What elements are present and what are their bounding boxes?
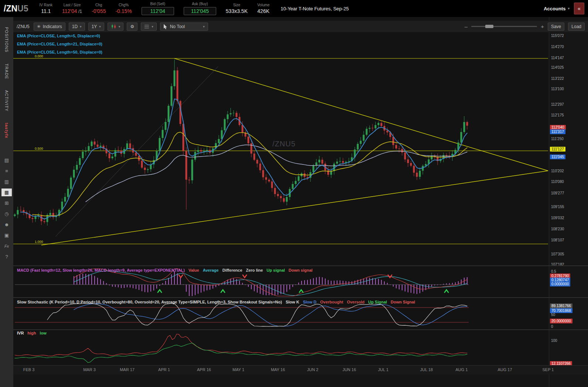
axis-tick-label: 113'100 bbox=[551, 87, 564, 91]
time-tick-label: SEP 1 bbox=[535, 367, 561, 372]
fx-icon[interactable]: Fx bbox=[1, 242, 12, 250]
range-dropdown[interactable]: 1Y▾ bbox=[88, 23, 104, 31]
ema-study-label[interactable]: EMA (Price=CLOSE, Length=21, Displace=0) bbox=[17, 42, 102, 46]
axis-tick-label: 0 bbox=[551, 325, 553, 329]
drawing-tool-dropdown[interactable]: No Tool ▾ bbox=[160, 23, 208, 31]
ivr-pane[interactable] bbox=[13, 330, 549, 365]
stochastic-title[interactable]: Slow Stochastic (K Period=10, D Period=1… bbox=[17, 300, 282, 304]
grid-icon[interactable]: ⊞ bbox=[1, 199, 12, 207]
field-value-text: -0.15% bbox=[115, 8, 132, 14]
field-value-text: 112'04 bbox=[62, 8, 77, 14]
pane-splitter[interactable] bbox=[13, 297, 588, 298]
chart-style-dropdown[interactable]: ▾ bbox=[108, 23, 124, 31]
ema50-line bbox=[86, 145, 467, 202]
bid-button[interactable]: 112'04 bbox=[142, 7, 174, 15]
axis-tick-label: 108'230 bbox=[551, 227, 564, 231]
ema-study-label[interactable]: EMA (Price=CLOSE, Length=50, Displace=0) bbox=[17, 50, 102, 54]
axis-tick-label: 114'270 bbox=[551, 45, 564, 49]
sidebar-item-trade[interactable]: TRADE bbox=[4, 58, 9, 85]
axis-tick-label: 110'202 bbox=[551, 169, 564, 173]
scale-lines-icon bbox=[144, 24, 149, 29]
axis-price-badge: 111'317 bbox=[550, 129, 565, 134]
quote-field-iv-rank: IV Rank11.1 bbox=[39, 3, 52, 14]
time-axis[interactable]: FEB 3MAR 3MAR 17APR 1APR 16MAY 1MAY 16JU… bbox=[13, 365, 588, 374]
sidebar-tabs: POSITIONSTRADEACTIVITYtastyfx bbox=[4, 17, 9, 144]
fib-level-label: 0.500 bbox=[35, 147, 43, 150]
fib-level-label: 1.000 bbox=[35, 240, 43, 244]
save-button[interactable]: Save bbox=[548, 23, 564, 31]
sidebar-item-activity[interactable]: ACTIVITY bbox=[4, 85, 9, 117]
symbol-watermark: /ZNU5 bbox=[272, 140, 296, 148]
field-value: 426K bbox=[257, 8, 269, 14]
help-icon[interactable]: ? bbox=[1, 253, 12, 261]
field-label: Chg bbox=[95, 3, 102, 7]
calendar-icon[interactable]: ▣ bbox=[1, 231, 12, 239]
legend-difference: Difference bbox=[222, 268, 242, 272]
time-tick-label: MAR 3 bbox=[77, 367, 102, 372]
legend-down-signal: Down signal bbox=[289, 268, 313, 272]
ask-button[interactable]: 112'045 bbox=[184, 7, 216, 15]
ema5-line bbox=[21, 99, 467, 219]
people-icon[interactable]: ☻ bbox=[1, 221, 12, 228]
zoom-slider-handle[interactable] bbox=[485, 25, 493, 28]
accounts-menu[interactable]: Accounts▾ bbox=[544, 6, 570, 11]
main-chart-canvas[interactable] bbox=[13, 32, 549, 265]
field-value: -0'055 bbox=[92, 8, 106, 14]
clock-icon[interactable]: ◷ bbox=[1, 210, 12, 218]
gear-icon: ⚙ bbox=[130, 24, 134, 29]
pane-splitter[interactable] bbox=[13, 329, 588, 330]
price-axis[interactable]: 115'072114'270114'147114'025113'222113'1… bbox=[549, 17, 588, 387]
macd-histogram bbox=[74, 271, 468, 296]
field-label: Volume bbox=[257, 3, 269, 7]
axis-tick-label: 100 bbox=[551, 339, 557, 343]
main-chart-pane[interactable]: EMA (Price=CLOSE, Length=5, Displace=0)E… bbox=[13, 32, 549, 265]
list-icon[interactable]: ≡ bbox=[1, 167, 12, 175]
axis-tick-label: 113'222 bbox=[551, 77, 564, 81]
sidebar-item-positions[interactable]: POSITIONS bbox=[4, 21, 9, 58]
time-tick-label: MAR 17 bbox=[114, 367, 140, 372]
zoom-out-button[interactable]: – bbox=[465, 23, 468, 30]
load-button[interactable]: Load bbox=[568, 23, 585, 31]
time-tick-label: AUG 17 bbox=[492, 367, 518, 372]
macd-title[interactable]: MACD (Fast length=12, Slow length=26, MA… bbox=[17, 268, 185, 272]
chart-icon[interactable]: ▦ bbox=[1, 189, 12, 196]
time-tick-label: JUL 1 bbox=[370, 367, 396, 372]
timeframe-dropdown[interactable]: 1D▾ bbox=[69, 23, 85, 31]
field-value-suffix: /1 bbox=[77, 9, 82, 14]
axis-settings-dropdown[interactable]: ▾ bbox=[141, 23, 157, 31]
collapse-panel-button[interactable]: « bbox=[574, 3, 584, 14]
sidebar-item-tastyfx[interactable]: tastyfx bbox=[4, 117, 9, 144]
legend-up-signal: Up signal bbox=[266, 268, 285, 272]
quote-field-chg: Chg%-0.15% bbox=[115, 3, 132, 14]
zoom-slider[interactable] bbox=[471, 26, 537, 27]
axis-price-badge: 89.1381766 bbox=[550, 303, 572, 308]
field-value: 112'04 /1 bbox=[62, 8, 82, 14]
legend-zero-line: Zero line bbox=[246, 268, 263, 272]
zoom-in-button[interactable]: + bbox=[541, 23, 544, 30]
time-tick-label: MAY 1 bbox=[225, 367, 251, 372]
settings-button[interactable]: ⚙ bbox=[127, 23, 137, 31]
legend-average: Average bbox=[203, 268, 219, 272]
contract-description: 10-Year T-Note Futures, Sep-25 bbox=[281, 6, 349, 11]
ema-study-label[interactable]: EMA (Price=CLOSE, Length=5, Displace=0) bbox=[17, 34, 100, 38]
axis-price-badge: 70.7001868 bbox=[550, 308, 572, 313]
indicators-button[interactable]: ✳ Indicators bbox=[34, 23, 65, 31]
axis-tick-label: 112'297 bbox=[551, 102, 564, 106]
field-label: Ask (Buy) bbox=[192, 2, 208, 6]
document-icon[interactable]: ▤ bbox=[1, 156, 12, 164]
up-signal-arrow-icon bbox=[158, 290, 162, 292]
ivr-legend: highlow bbox=[27, 331, 50, 335]
legend-overbought: Overbought bbox=[320, 300, 343, 304]
ivr-title[interactable]: IVR bbox=[17, 331, 24, 335]
candlestick-series bbox=[14, 60, 468, 225]
stochastic-legend: Slow KSlow DOverboughtOversoldUp SignalD… bbox=[286, 300, 419, 304]
time-tick-label: APR 16 bbox=[191, 367, 217, 372]
axis-tick-label: 114'025 bbox=[551, 65, 564, 69]
field-value: -0.15% bbox=[115, 8, 132, 14]
chevron-down-icon: ▾ bbox=[119, 25, 120, 28]
orders-icon[interactable]: ▥ bbox=[1, 178, 12, 186]
macd-legend: ValueAverageDifferenceZero lineUp signal… bbox=[188, 268, 316, 272]
field-label: Bid (Sell) bbox=[150, 2, 166, 6]
ivr-canvas[interactable] bbox=[13, 330, 549, 365]
pane-splitter[interactable] bbox=[13, 265, 588, 266]
